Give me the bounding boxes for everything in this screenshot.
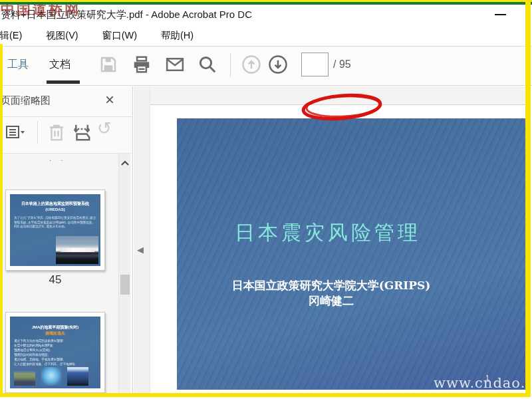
annotation-border-left-yellow (0, 44, 3, 397)
page-total-label: / 95 (333, 59, 351, 70)
collapse-panel-icon[interactable]: ◀ (137, 245, 144, 255)
page-number-input[interactable] (301, 53, 329, 76)
close-icon[interactable]: × (105, 90, 114, 109)
annotation-border-bottom-yellow (0, 393, 531, 397)
shinkansen-train-photo (56, 236, 98, 264)
mini46-title: JMA的地震早期预警(实时) (10, 325, 100, 331)
thumbnail-page-46[interactable]: JMA的地震早期预警(实时) 倒塌前逃生 通过下列方法在地震到达前发出预警: 在… (5, 312, 105, 393)
mini46-subtitle: 倒塌前逃生 (10, 331, 100, 336)
building-people-image (67, 367, 88, 386)
main-toolbar: 工具 文档 (0, 47, 532, 86)
mini45-title-line2: (UREDAS) (45, 207, 65, 211)
toolbar-separator (230, 53, 231, 77)
thumbnail-options-icon[interactable] (5, 122, 25, 142)
document-viewport[interactable]: 日本震灾风险管理 日本国立政策研究大学院大学(GRIPS) 冈崎健二 1 (150, 106, 525, 393)
email-icon[interactable] (165, 55, 185, 74)
seismometer-image (14, 367, 35, 386)
mini46-images (14, 367, 96, 386)
mini-slide-46: JMA的地震早期预警(实时) 倒塌前逃生 通过下列方法在地震到达前发出预警: 在… (10, 317, 100, 388)
panel-toolbar-separator (37, 121, 38, 144)
tab-document[interactable]: 文档 (49, 58, 70, 72)
annotation-border-top-green (0, 2, 532, 5)
save-icon[interactable] (98, 55, 118, 74)
annotation-border-right-yellow (525, 0, 531, 397)
alert-broadcast-image (41, 367, 62, 386)
mini46-line: 通过电视、无线电、手机等发出预警, (14, 358, 98, 362)
slide-organization: 日本国立政策研究大学院大学(GRIPS) (177, 278, 525, 293)
mini45-title-line1: 日本铁路上的紧急地震监测和预警系统 (21, 201, 89, 205)
panel-toolbar: ↺ (0, 117, 133, 153)
thumbnail-scrollbar[interactable] (118, 154, 130, 393)
document-top-strip (150, 86, 525, 105)
thumbnail-page-45[interactable]: 日本铁路上的紧急地震监测和预警系统 (UREDAS) 为了让行“子弹头”列车, … (5, 190, 105, 271)
menu-view[interactable]: 视图(V) (46, 29, 78, 42)
thumbnails-panel: 页面缩略图 × ↺ (0, 86, 133, 393)
panel-collapse-strip[interactable]: ◀ (134, 86, 150, 393)
slide-title: 日本震灾风险管理 (177, 219, 525, 247)
rotate-pages-icon[interactable]: ↺ (97, 118, 112, 139)
mini-slide-45: 日本铁路上的紧急地震监测和预警系统 (UREDAS) 为了让行“子弹头”列车, … (10, 194, 100, 266)
mini45-bullet: 列车自动制动紧急停车, 避免火车出轨。 (14, 225, 98, 229)
thumbnail-list: · · 日本铁路上的紧急地震监测和预警系统 (UREDAS) 为了让行“子弹头”… (0, 154, 118, 393)
previous-page-icon[interactable] (241, 55, 261, 74)
minimize-button[interactable] (495, 14, 506, 15)
delete-pages-icon[interactable] (47, 122, 66, 142)
scrollbar-thumb[interactable] (120, 275, 130, 295)
scroll-up-icon[interactable] (120, 159, 130, 168)
slide-author: 冈崎健二 (177, 293, 525, 309)
print-icon[interactable] (132, 55, 152, 74)
mini45-bullet: 为了让行“子弹头”列车, 沿线每隔20公里安装地震检测仪, 建立警报系统, 水平… (14, 216, 98, 225)
menu-help[interactable]: 帮助(H) (161, 29, 194, 42)
scrolled-label-remnant: · · (49, 157, 67, 164)
menu-window[interactable]: 窗口(W) (102, 29, 137, 42)
watermark-bottom-right: www.cndao.com (434, 375, 532, 391)
acrobat-window: 资料+日本国立政策研究大学.pdf - Adobe Acrobat Pro DC… (0, 0, 532, 399)
insert-pages-icon[interactable] (72, 122, 92, 142)
pdf-slide-page-1: 日本震灾风险管理 日本国立政策研究大学院大学(GRIPS) 冈崎健二 1 (177, 118, 525, 390)
mini46-line: 让人们提前作好准备、停下列车、停下电梯等 (14, 362, 98, 367)
panel-header: 页面缩略图 × (0, 86, 133, 116)
mini46-line: 预测到达时间和振动强度; (14, 353, 98, 358)
next-page-icon[interactable] (268, 55, 288, 74)
thumbnail-label-45: 45 (0, 273, 110, 287)
search-icon[interactable] (198, 55, 217, 74)
panel-title: 页面缩略图 (1, 94, 51, 107)
tab-tools[interactable]: 工具 (7, 58, 29, 72)
active-tab-underline (47, 80, 80, 84)
menu-bar: 编辑(E) 视图(V) 窗口(W) 帮助(H) (0, 25, 532, 47)
menu-edit[interactable]: 编辑(E) (0, 29, 22, 42)
